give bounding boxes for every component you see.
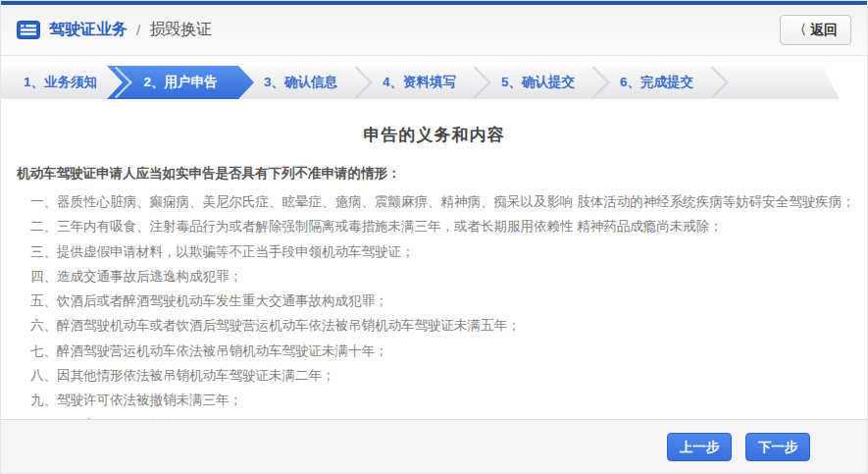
step-1-label: 1、业务须知 xyxy=(24,75,97,89)
step-wizard: 1、业务须知 2、用户申告 3、确认信息 4、资料填写 5、确认提交 6、完成提… xyxy=(1,66,867,99)
step-5-label: 5、确认提交 xyxy=(501,75,575,89)
condition-item-6: 六、醉酒驾驶机动车或者饮酒后驾驶营运机动车依法被吊销机动车驾驶证未满五年； xyxy=(17,313,851,338)
condition-item-1: 一、器质性心脏病、癫痫病、美尼尔氏症、眩晕症、癔病、震颤麻痹、精神病、痴呆以及影… xyxy=(17,189,851,214)
footer-buttons: 上一步 下一步 xyxy=(667,433,810,461)
back-button[interactable]: 〈 返回 xyxy=(780,15,851,45)
page: 驾驶证业务 / 损毁换证 〈 返回 1、业务须知 2、用户申告 3、确认信息 4… xyxy=(0,0,868,474)
step-6-label: 6、完成提交 xyxy=(620,75,693,89)
step-3-label: 3、确认信息 xyxy=(264,75,337,89)
conditions-list: 一、器质性心脏病、癫痫病、美尼尔氏症、眩晕症、癔病、震颤麻痹、精神病、痴呆以及影… xyxy=(17,189,851,438)
back-chevron-icon: 〈 xyxy=(794,22,805,39)
breadcrumb-service-link[interactable]: 驾驶证业务 xyxy=(49,20,128,40)
step-5-confirm-submit[interactable]: 5、确认提交 xyxy=(479,66,597,99)
list-icon xyxy=(17,21,40,39)
step-4-label: 4、资料填写 xyxy=(383,75,456,89)
declaration-intro: 机动车驾驶证申请人应当如实申告是否具有下列不准申请的情形： xyxy=(17,165,851,183)
prev-step-button[interactable]: 上一步 xyxy=(667,433,732,461)
condition-item-5: 五、饮酒后或者醉酒驾驶机动车发生重大交通事故构成犯罪； xyxy=(17,289,851,313)
step-4-fill-data[interactable]: 4、资料填写 xyxy=(360,66,479,99)
condition-item-3: 三、提供虚假申请材料，以欺骗等不正当手段申领机动车驾驶证； xyxy=(17,239,851,264)
next-step-button[interactable]: 下一步 xyxy=(745,433,810,461)
breadcrumb-separator: / xyxy=(136,22,140,38)
condition-item-7: 七、醉酒驾驶营运机动车依法被吊销机动车驾驶证未满十年； xyxy=(17,339,851,363)
step-1-business-notice[interactable]: 1、业务须知 xyxy=(1,66,120,99)
breadcrumb-current-page: 损毁换证 xyxy=(149,20,212,40)
condition-item-9: 九、驾驶许可依法被撤销未满三年； xyxy=(17,388,851,412)
condition-item-8: 八、因其他情形依法被吊销机动车驾驶证未满二年； xyxy=(17,363,851,388)
header: 驾驶证业务 / 损毁换证 〈 返回 xyxy=(1,5,867,56)
condition-item-4: 四、造成交通事故后逃逸构成犯罪； xyxy=(17,264,851,289)
footer: 上一步 下一步 xyxy=(1,419,867,473)
step-2-label: 2、用户申告 xyxy=(143,75,217,89)
condition-item-2: 二、三年内有吸食、注射毒品行为或者解除强制隔离戒毒措施未满三年，或者长期服用依赖… xyxy=(17,214,851,238)
main-content: 申告的义务和内容 机动车驾驶证申请人应当如实申告是否具有下列不准申请的情形： 一… xyxy=(1,124,867,466)
step-3-confirm-info[interactable]: 3、确认信息 xyxy=(241,66,360,99)
back-button-label: 返回 xyxy=(810,22,838,39)
step-6-complete-submit[interactable]: 6、完成提交 xyxy=(597,66,716,99)
page-title: 申告的义务和内容 xyxy=(17,124,851,146)
